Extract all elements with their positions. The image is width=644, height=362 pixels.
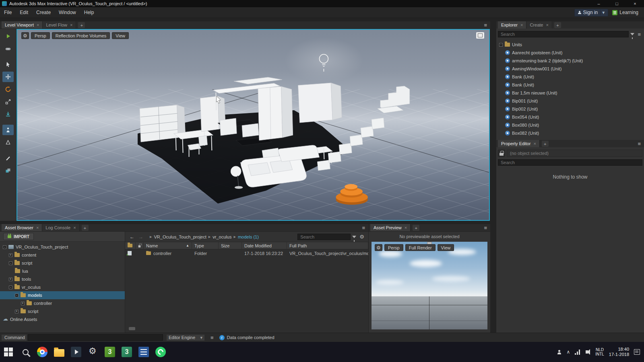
add-tab-button[interactable]: +: [554, 22, 561, 28]
expander-icon[interactable]: +: [21, 302, 25, 305]
explorer-tree-item[interactable]: Box080 (Unit): [496, 121, 644, 129]
paint-tool[interactable]: [2, 153, 14, 163]
project-tree-item[interactable]: Online Assets: [0, 315, 125, 323]
media-player-icon[interactable]: [68, 342, 85, 362]
excel-icon[interactable]: [135, 342, 152, 362]
select-tool[interactable]: [2, 59, 14, 70]
3d-scene[interactable]: [17, 30, 489, 220]
column-header[interactable]: Date Modified: [242, 242, 287, 249]
engine-select[interactable]: Editor Engine ▾: [166, 334, 205, 341]
import-button[interactable]: IMPORT: [3, 233, 34, 240]
taskbar-search-icon[interactable]: [17, 342, 34, 362]
panel-menu-icon[interactable]: ≡: [484, 225, 487, 231]
lock-button[interactable]: [498, 150, 505, 157]
close-tab-icon[interactable]: ×: [37, 23, 39, 27]
scale-tool[interactable]: [2, 97, 14, 107]
explorer-tab[interactable]: Create ×: [526, 21, 552, 29]
column-header[interactable]: Name ▲: [144, 242, 192, 249]
level-viewport[interactable]: ⚙ PerspReflection Probe VolumesView: [17, 29, 490, 221]
column-header[interactable]: Full Path: [287, 242, 368, 249]
command-label[interactable]: Command: [1, 334, 27, 341]
menu-item[interactable]: Window: [55, 7, 80, 18]
back-button[interactable]: ←: [128, 234, 136, 240]
expander-icon[interactable]: -: [15, 294, 19, 297]
panel-menu-icon[interactable]: ≡: [484, 22, 487, 28]
maximize-button[interactable]: □: [608, 0, 626, 7]
whatsapp-icon[interactable]: [152, 342, 169, 362]
test-level-button[interactable]: [2, 43, 14, 54]
explorer-tree-item[interactable]: Bip001 (Unit): [496, 97, 644, 105]
tray-expand-icon[interactable]: ∧: [566, 349, 570, 355]
expander-icon[interactable]: +: [9, 253, 12, 257]
file-row[interactable]: controller Folder 17-1-2018 16:23:22 VR_…: [125, 249, 368, 257]
explorer-tree-item[interactable]: Bar 1,5m nieuwe (Unit): [496, 89, 644, 97]
orange-object[interactable]: [336, 184, 368, 205]
explorer-search-input[interactable]: [498, 31, 629, 37]
explorer-tree-item[interactable]: Box054 (Unit): [496, 113, 644, 121]
add-tab-button[interactable]: +: [78, 22, 85, 28]
close-tab-icon[interactable]: ×: [546, 23, 548, 27]
tray-person-icon[interactable]: [557, 350, 561, 354]
project-tree-item[interactable]: - script: [0, 259, 125, 267]
property-editor-tab[interactable]: Property Editor ×: [498, 140, 540, 147]
project-tree-item[interactable]: - VR_Oculus_Touch_project: [0, 243, 125, 251]
file-settings-icon[interactable]: ⚙: [358, 234, 366, 240]
clock[interactable]: 18:40 17-1-2018: [609, 347, 629, 357]
breadcrumb-segment[interactable]: models (1): [238, 234, 259, 239]
explorer-tree-item[interactable]: AwningWindow001 (Unit): [496, 65, 644, 73]
preview-mode-button[interactable]: View: [438, 244, 454, 251]
explorer-tree-item[interactable]: Box082 (Unit): [496, 129, 644, 137]
expander-icon[interactable]: -: [9, 261, 12, 265]
action-center-icon[interactable]: [634, 349, 640, 355]
preview-mode-button[interactable]: Persp: [384, 244, 403, 251]
project-tree-item[interactable]: + controller: [0, 299, 125, 307]
place-character-tool[interactable]: [2, 125, 14, 135]
filter-icon[interactable]: [630, 33, 634, 35]
forward-button[interactable]: →: [136, 234, 145, 240]
start-button[interactable]: [0, 342, 17, 362]
capture-thumbnail-button[interactable]: [476, 32, 484, 39]
property-search-input[interactable]: [498, 159, 642, 166]
close-tab-icon[interactable]: ×: [405, 225, 407, 230]
project-tree-item[interactable]: lua: [0, 267, 125, 275]
volume-icon[interactable]: [586, 350, 588, 354]
viewport-tab[interactable]: Level Flow ×: [43, 21, 76, 29]
preview-settings-icon[interactable]: ⚙: [375, 244, 382, 251]
probe-tool[interactable]: [2, 137, 14, 148]
viewport-tab[interactable]: Level Viewport ×: [2, 21, 43, 29]
panel-menu-icon[interactable]: ≡: [638, 141, 641, 147]
move-tool[interactable]: [2, 72, 14, 82]
explorer-tree-item[interactable]: Bank (Unit): [496, 81, 644, 89]
command-input[interactable]: [28, 334, 163, 341]
settings-icon[interactable]: [85, 342, 101, 362]
3dsmax-icon[interactable]: [101, 342, 118, 362]
expander-icon[interactable]: +: [15, 310, 19, 313]
learning-button[interactable]: Learning: [612, 10, 638, 15]
language-indicator[interactable]: NLD INTL: [595, 348, 604, 356]
sign-in-dropdown-icon[interactable]: ▾: [600, 10, 606, 15]
explorer-tab[interactable]: Explorer ×: [498, 21, 526, 29]
explorer-tree-item[interactable]: - Units: [496, 41, 644, 49]
project-tree-item[interactable]: - models: [0, 291, 125, 299]
explorer-tree-item[interactable]: Bip002 (Unit): [496, 105, 644, 113]
project-tree-item[interactable]: - vr_oculus: [0, 283, 125, 291]
close-button[interactable]: ×: [626, 0, 644, 7]
viewport-mode-button[interactable]: Reflection Probe Volumes: [52, 32, 110, 39]
preview-viewport[interactable]: ⚙ PerspFull RenderView: [372, 242, 487, 329]
add-tab-button[interactable]: +: [413, 225, 419, 231]
project-tree-item[interactable]: + tools: [0, 275, 125, 283]
layers-tool[interactable]: [2, 165, 14, 176]
expander-icon[interactable]: -: [9, 286, 12, 289]
close-tab-icon[interactable]: ×: [533, 141, 536, 146]
close-tab-icon[interactable]: ×: [520, 23, 523, 27]
snap-to-ground-tool[interactable]: [2, 109, 14, 119]
close-tab-icon[interactable]: ×: [36, 225, 39, 230]
play-button[interactable]: [2, 31, 14, 41]
menu-item[interactable]: File: [0, 7, 16, 18]
viewport-settings-icon[interactable]: ⚙: [21, 32, 29, 39]
view-options-icon[interactable]: ≡: [636, 31, 642, 37]
preview-mode-button[interactable]: Full Render: [405, 244, 436, 251]
viewport-mode-button[interactable]: View: [112, 32, 129, 39]
chrome-icon[interactable]: [34, 342, 51, 362]
light-gizmo[interactable]: [319, 54, 328, 72]
